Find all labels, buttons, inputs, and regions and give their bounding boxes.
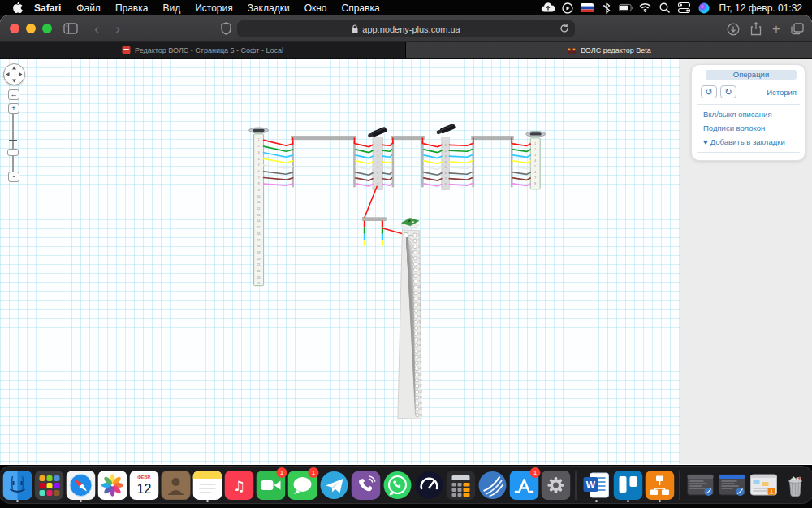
ops-link-2[interactable]: ♥Добавить в закладки: [703, 137, 805, 146]
active-app-name[interactable]: Safari: [26, 2, 69, 14]
new-tab-icon[interactable]: +: [772, 21, 780, 37]
minimize-window-button[interactable]: [26, 24, 36, 33]
menu-clock[interactable]: Пт, 12 февр. 01:32: [719, 2, 802, 14]
svg-text:19: 19: [257, 251, 261, 254]
dock-item-notes[interactable]: [192, 468, 222, 502]
tab-vols-editor-beta[interactable]: ВОЛС редактор Beta: [406, 42, 812, 58]
svg-text:8: 8: [258, 182, 260, 185]
vols-editor-canvas[interactable]: 1234567812345678123456789101112131415161…: [0, 59, 680, 464]
svg-text:19: 19: [419, 338, 421, 341]
redo-button[interactable]: ↻: [720, 85, 736, 98]
dock-item-whatsapp[interactable]: [382, 468, 412, 502]
svg-text:3: 3: [258, 151, 260, 154]
forward-button[interactable]: ›: [107, 22, 128, 36]
back-button[interactable]: ‹: [86, 22, 107, 36]
bluetooth-icon[interactable]: [599, 2, 614, 14]
siri-icon[interactable]: [697, 2, 711, 14]
dock-item-facetime[interactable]: 1: [256, 468, 286, 502]
zoom-out-button[interactable]: -: [8, 172, 19, 182]
svg-text:16: 16: [257, 232, 261, 236]
svg-text:5: 5: [377, 166, 378, 169]
dock-item-calendar[interactable]: ФЕВР.12: [129, 468, 159, 502]
tab-editor-local[interactable]: Редактор ВОЛС - Страница 5 - Софт - Loca…: [0, 42, 406, 58]
svg-text:1: 1: [445, 144, 447, 147]
input-language-flag-ru[interactable]: [580, 2, 594, 14]
ops-link-0[interactable]: Вкл/выкл описания: [703, 110, 805, 119]
svg-text:28: 28: [420, 390, 422, 393]
svg-text:6: 6: [258, 170, 260, 173]
svg-text:12: 12: [257, 207, 261, 211]
svg-text:4: 4: [377, 161, 378, 164]
dock-item-drawio[interactable]: [645, 468, 675, 502]
dock-item-finder[interactable]: [2, 468, 32, 502]
wifi-icon[interactable]: [638, 2, 653, 14]
dock-item-music[interactable]: ♫: [224, 468, 254, 502]
dock-item-contacts[interactable]: [161, 468, 191, 502]
menu-item-правка[interactable]: Правка: [108, 2, 156, 14]
svg-text:18: 18: [419, 332, 421, 336]
dock-item-trash[interactable]: [780, 468, 810, 502]
dock: ФЕВР.12♫111W: [0, 466, 812, 504]
fiber-network-diagram[interactable]: 1234567812345678123456789101112131415161…: [0, 59, 680, 463]
dock-item-launchpad[interactable]: [34, 468, 64, 502]
dock-item-window2[interactable]: [717, 468, 747, 502]
address-bar[interactable]: app.nodeny-plus.com.ua: [237, 20, 575, 37]
menu-item-файл[interactable]: Файл: [69, 2, 108, 14]
cloud-upload-icon[interactable]: [541, 2, 555, 14]
dock-item-settings[interactable]: [541, 468, 571, 502]
privacy-shield-icon[interactable]: [221, 22, 231, 38]
sidebar-toggle-icon[interactable]: [63, 23, 78, 34]
svg-text:13: 13: [418, 303, 421, 306]
dock-item-window1[interactable]: [685, 468, 715, 502]
menu-item-история[interactable]: История: [188, 2, 240, 14]
tab-operations[interactable]: Операции: [706, 70, 797, 80]
tab-title: Редактор ВОЛС - Страница 5 - Софт - Loca…: [135, 46, 283, 54]
share-icon[interactable]: [750, 22, 762, 36]
menu-item-справка[interactable]: Справка: [335, 2, 387, 14]
menu-item-закладки[interactable]: Закладки: [240, 2, 297, 14]
dock-item-messages[interactable]: 1: [287, 468, 317, 502]
svg-text:3: 3: [445, 155, 447, 158]
dock-item-safari[interactable]: [66, 468, 96, 502]
window-controls: [0, 24, 52, 33]
svg-text:♫: ♫: [232, 478, 244, 494]
zoom-fit-button[interactable]: ↔: [8, 89, 19, 100]
notification-badge: 1: [309, 467, 319, 478]
control-center-icon[interactable]: [677, 2, 692, 14]
ops-link-1[interactable]: Подписи волокон: [703, 124, 805, 132]
menu-item-вид[interactable]: Вид: [155, 2, 188, 14]
zoom-slider-track[interactable]: [12, 114, 14, 172]
dock-item-telegram[interactable]: [319, 468, 349, 502]
zoom-slider-thumb[interactable]: [7, 149, 19, 156]
spotlight-search-icon[interactable]: [658, 2, 672, 14]
pan-control[interactable]: [3, 63, 25, 85]
zoom-in-button[interactable]: +: [8, 103, 19, 114]
dock-item-trello[interactable]: [613, 468, 643, 502]
svg-text:10: 10: [257, 195, 261, 198]
svg-text:15: 15: [418, 315, 421, 318]
dock-item-speedtest[interactable]: [414, 468, 444, 502]
dock-item-viber[interactable]: [351, 468, 381, 502]
downloads-icon[interactable]: [727, 23, 740, 36]
dock-item-window3[interactable]: [749, 468, 779, 502]
svg-text:22: 22: [257, 270, 261, 273]
dock-item-calculator[interactable]: [446, 468, 476, 502]
reload-icon[interactable]: [559, 23, 569, 36]
dock-item-winbox[interactable]: [477, 468, 508, 502]
apple-menu-icon[interactable]: [8, 2, 26, 14]
play-circle-icon[interactable]: [560, 2, 575, 14]
zoom-window-button[interactable]: [42, 24, 52, 33]
menu-item-окно[interactable]: Окно: [297, 2, 335, 14]
battery-icon[interactable]: [619, 2, 633, 14]
dock-item-word[interactable]: W: [581, 468, 611, 502]
svg-text:24: 24: [419, 367, 421, 370]
dock-item-photos[interactable]: [97, 468, 127, 502]
svg-text:1: 1: [377, 144, 378, 147]
tab-overview-icon[interactable]: [791, 23, 804, 35]
history-link[interactable]: История: [767, 88, 797, 97]
ops-link-label: Вкл/выкл описания: [703, 110, 772, 119]
dock-item-appstore[interactable]: 1: [509, 468, 539, 502]
close-window-button[interactable]: [10, 24, 19, 33]
undo-button[interactable]: ↺: [701, 85, 717, 98]
svg-text:5: 5: [258, 163, 260, 167]
